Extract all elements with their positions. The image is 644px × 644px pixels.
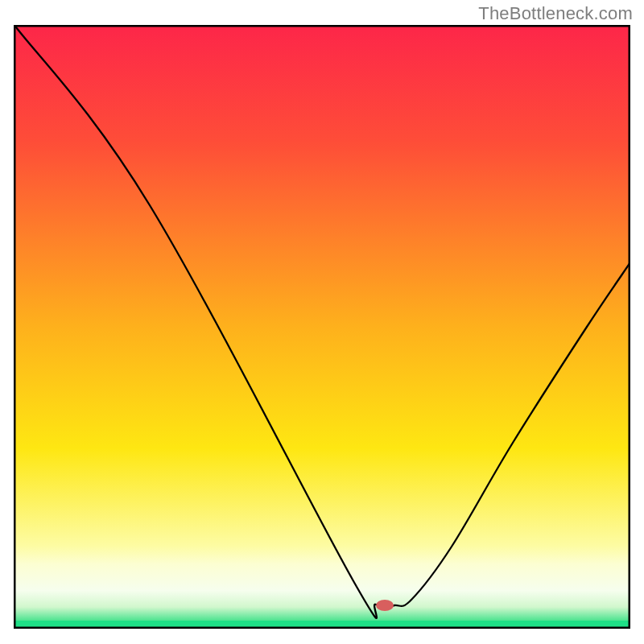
chart-container: { "watermark": "TheBottleneck.com", "cha…: [0, 0, 644, 644]
watermark-text: TheBottleneck.com: [478, 3, 633, 24]
optimal-marker: [376, 600, 394, 611]
plot-area: [14, 24, 630, 629]
bottleneck-chart: [0, 0, 644, 644]
gradient-background: [14, 25, 630, 629]
